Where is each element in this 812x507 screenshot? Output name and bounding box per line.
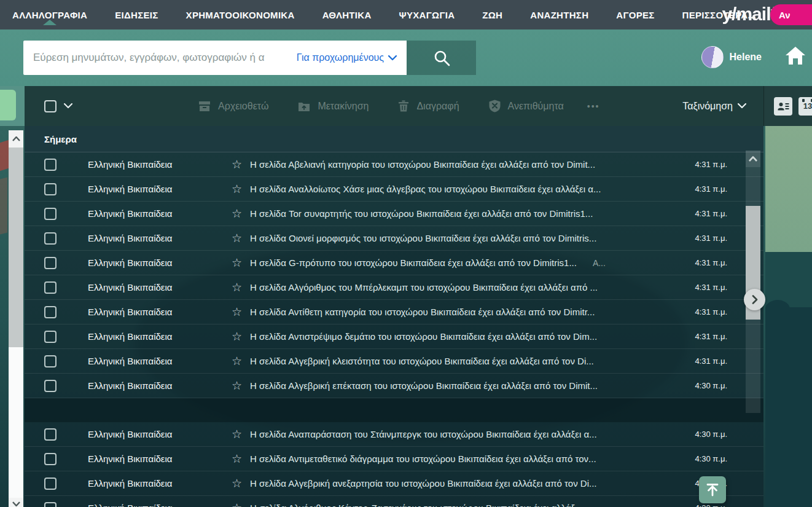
nav-item-finance[interactable]: ΧΡΗΜΑΤΟΟΙΚΟΝΟΜΙΚΑ: [186, 10, 295, 20]
email-sender: Ελληνική Βικιπαίδεια: [88, 184, 232, 194]
email-row[interactable]: Ελληνική Βικιπαίδεια ☆ Η σελίδα Αλγεβρικ…: [25, 349, 763, 374]
email-subject: Η σελίδα Αβελιανή κατηγορία του ιστοχώρο…: [250, 159, 595, 170]
star-icon[interactable]: ☆: [232, 257, 250, 269]
email-row[interactable]: Ελληνική Βικιπαίδεια ☆ Η σελίδα Tor συνα…: [25, 202, 763, 226]
email-row[interactable]: Ελληνική Βικιπαίδεια ☆ Η σελίδα Αντιμετα…: [25, 447, 763, 471]
email-checkbox[interactable]: [44, 355, 57, 367]
home-button[interactable]: [785, 45, 806, 68]
email-time: 4:31 π.μ.: [686, 258, 727, 267]
scroll-up-button[interactable]: [9, 130, 23, 147]
nav-item-shopping[interactable]: ΑΓΟΡΕΣ: [616, 10, 654, 20]
move-button[interactable]: Μετακίνηση: [298, 101, 369, 112]
email-checkbox[interactable]: [44, 478, 57, 490]
star-icon[interactable]: ☆: [232, 478, 250, 489]
email-row[interactable]: Ελληνική Βικιπαίδεια ☆ Η σελίδα Αντίθετη…: [25, 300, 763, 324]
email-row[interactable]: Ελληνική Βικιπαίδεια ☆ Η σελίδα Αλγόριθμ…: [25, 275, 763, 300]
nav-item-sports[interactable]: ΑΘΛΗΤΙΚΑ: [322, 10, 372, 20]
scroll-down-icon: [12, 501, 20, 506]
email-subject: Η σελίδα Αναπαράσταση του Στάινμπεργκ το…: [250, 429, 597, 439]
email-row[interactable]: Ελληνική Βικιπαίδεια ☆ Η σελίδα Αλγόριθμ…: [25, 496, 763, 507]
back-to-top-button[interactable]: [699, 476, 726, 503]
archive-button[interactable]: Αρχειοθετώ: [198, 101, 268, 112]
scrollbar-thumb[interactable]: [9, 147, 23, 347]
advanced-search-dropdown[interactable]: Για προχωρημένους: [297, 52, 407, 63]
star-icon[interactable]: ☆: [232, 208, 250, 219]
profile-menu[interactable]: Helene: [701, 46, 762, 68]
list-scroll-up-button[interactable]: [746, 151, 760, 167]
scrollbar-track[interactable]: [9, 347, 23, 498]
nav-item-life[interactable]: ΖΩΗ: [482, 10, 502, 20]
scroll-down-button[interactable]: [9, 498, 23, 507]
search-button[interactable]: [407, 41, 476, 75]
star-icon[interactable]: ☆: [232, 502, 250, 507]
email-subject: Η σελίδα Αλγεβρική ανεξαρτησία του ιστοχ…: [250, 478, 597, 489]
star-icon[interactable]: ☆: [232, 380, 250, 391]
email-checkbox[interactable]: [44, 208, 57, 220]
email-row[interactable]: Ελληνική Βικιπαίδεια ☆ Η σελίδα Αβελιανή…: [25, 152, 763, 177]
email-row[interactable]: Ελληνική Βικιπαίδεια ☆ Η σελίδα Αναπαράσ…: [25, 422, 763, 447]
contacts-button[interactable]: [774, 97, 792, 116]
more-actions-button[interactable]: •••: [587, 101, 600, 111]
email-row[interactable]: Ελληνική Βικιπαίδεια ☆ Η σελίδα G-πρότυπ…: [25, 251, 763, 275]
delete-button[interactable]: Διαγραφή: [398, 100, 459, 112]
email-checkbox[interactable]: [44, 331, 57, 343]
email-row[interactable]: Ελληνική Βικιπαίδεια ☆ Η σελίδα Αλγεβρικ…: [25, 471, 763, 496]
email-checkbox[interactable]: [44, 453, 57, 465]
email-row[interactable]: Ελληνική Βικιπαίδεια ☆ Η σελίδα Οιονεί μ…: [25, 226, 763, 251]
archive-icon: [198, 101, 211, 112]
email-time: 4:30 π.μ.: [686, 503, 727, 507]
select-dropdown[interactable]: [64, 103, 72, 109]
scroll-up-icon: [12, 136, 20, 141]
star-icon[interactable]: ☆: [232, 232, 250, 244]
chevron-right-icon: [752, 295, 758, 304]
email-time: 4:30 π.μ.: [686, 381, 727, 390]
search-banner: Για προχωρημένους Helene: [0, 29, 812, 86]
contact-card-icon: [777, 101, 789, 112]
star-icon[interactable]: ☆: [232, 453, 250, 465]
right-sidebar-apps: 13: [763, 86, 812, 126]
spam-button[interactable]: Ανεπιθύμητα: [489, 100, 564, 112]
nav-item-news[interactable]: ΕΙΔΗΣΕΙΣ: [115, 10, 158, 20]
email-time: 4:31 π.μ.: [686, 184, 727, 194]
email-checkbox[interactable]: [44, 232, 57, 245]
email-row[interactable]: Ελληνική Βικιπαίδεια ☆ Η σελίδα Αντιστρέ…: [25, 324, 763, 349]
email-subject: Η σελίδα Αντίθετη κατηγορία του ιστοχώρο…: [250, 307, 595, 317]
calendar-button[interactable]: 13: [798, 97, 812, 116]
select-all-checkbox[interactable]: [44, 100, 57, 112]
email-row[interactable]: Ελληνική Βικιπαίδεια ☆ Η σελίδα Αλγεβρικ…: [25, 374, 763, 398]
star-icon[interactable]: ☆: [232, 306, 250, 318]
star-icon[interactable]: ☆: [232, 159, 250, 170]
star-icon[interactable]: ☆: [232, 331, 250, 342]
email-checkbox[interactable]: [44, 428, 57, 441]
star-icon[interactable]: ☆: [232, 428, 250, 440]
email-checkbox[interactable]: [44, 306, 57, 318]
email-checkbox[interactable]: [44, 183, 57, 195]
email-checkbox[interactable]: [44, 380, 57, 392]
nav-item-entertainment[interactable]: ΨΥΧΑΓΩΓΙΑ: [399, 10, 455, 20]
email-checkbox[interactable]: [44, 281, 57, 294]
email-sender: Ελληνική Βικιπαίδεια: [88, 159, 232, 170]
sort-button[interactable]: Ταξινόμηση: [682, 101, 746, 112]
background-art: [0, 178, 7, 235]
nav-item-mail[interactable]: ΑΛΛΗΛΟΓΡΑΦΙΑ: [12, 10, 87, 20]
star-icon[interactable]: ☆: [232, 281, 250, 293]
upgrade-button[interactable]: Αν: [770, 4, 812, 25]
left-scrollbar[interactable]: [9, 130, 23, 507]
top-navigation: ΑΛΛΗΛΟΓΡΑΦΙΑΕΙΔΗΣΕΙΣΧΡΗΜΑΤΟΟΙΚΟΝΟΜΙΚΑΑΘΛ…: [0, 0, 812, 29]
email-snippet: A...: [593, 258, 606, 268]
yahoo-mail-page: ΑΛΛΗΛΟΓΡΑΦΙΑΕΙΔΗΣΕΙΣΧΡΗΜΑΤΟΟΙΚΟΝΟΜΙΚΑΑΘΛ…: [0, 0, 812, 507]
email-checkbox[interactable]: [44, 257, 57, 269]
search-input[interactable]: [23, 52, 297, 64]
nav-item-search[interactable]: ΑΝΑΖΗΤΗΣΗ: [530, 10, 588, 20]
list-scrollbar[interactable]: [746, 151, 760, 421]
email-time: 4:31 π.μ.: [686, 307, 727, 316]
ymail-logo: y/mail+: [722, 4, 776, 25]
email-row[interactable]: Ελληνική Βικιπαίδεια ☆ Η σελίδα Αναλλοίω…: [25, 177, 763, 202]
expand-panel-button[interactable]: [744, 289, 765, 310]
scroll-up-icon: [749, 156, 757, 162]
star-icon[interactable]: ☆: [232, 355, 250, 367]
star-icon[interactable]: ☆: [232, 183, 250, 195]
content-area: Αρχειοθετώ Μετακίνηση Διαγραφή Ανεπιθύμη…: [0, 86, 812, 507]
email-checkbox[interactable]: [44, 502, 57, 507]
email-checkbox[interactable]: [44, 159, 57, 171]
